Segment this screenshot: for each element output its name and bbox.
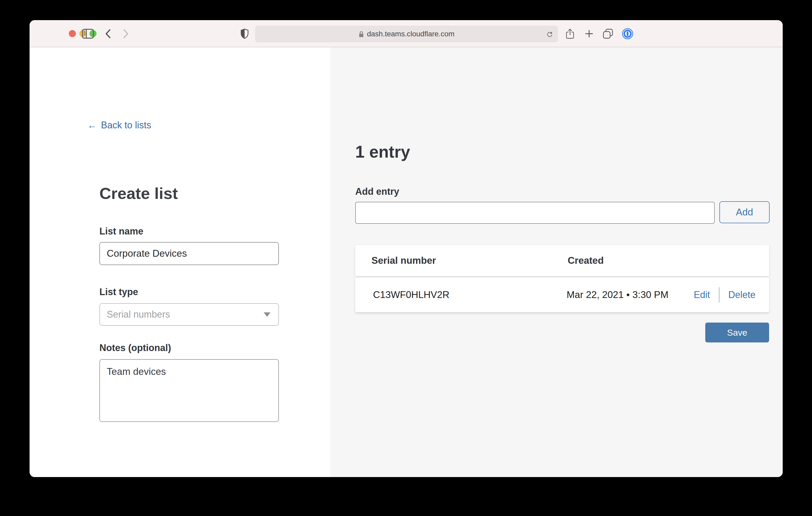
list-type-label: List type (99, 286, 138, 298)
sidebar-toggle-glyph (82, 29, 94, 39)
onepassword-glyph (622, 28, 633, 39)
list-name-label: List name (99, 226, 143, 237)
page-title: Create list (99, 184, 178, 203)
entries-table-header: Serial number Created (355, 245, 769, 276)
onepassword-extension-icon[interactable] (621, 20, 634, 47)
new-tab-button[interactable] (584, 20, 594, 47)
entries-count-heading: 1 entry (355, 142, 410, 161)
notes-textarea[interactable]: Team devices (99, 359, 279, 422)
tab-overview-button[interactable] (602, 20, 614, 47)
add-entry-label: Add entry (355, 186, 399, 197)
browser-toolbar: dash.teams.cloudflare.com (30, 20, 783, 47)
browser-window: dash.teams.cloudflare.com (30, 20, 783, 477)
entry-serial-number: C13WF0HLHV2R (373, 278, 450, 312)
row-actions: Edit Delete (694, 278, 755, 312)
delete-entry-button[interactable]: Delete (728, 290, 755, 300)
url-bar[interactable]: dash.teams.cloudflare.com (255, 26, 558, 42)
edit-entry-button[interactable]: Edit (694, 290, 710, 300)
shield-glyph (240, 28, 249, 39)
close-window-button[interactable] (69, 30, 76, 37)
list-type-selected-value: Serial numbers (107, 309, 170, 320)
created-column-header: Created (568, 245, 604, 276)
reload-button[interactable] (545, 29, 554, 39)
back-to-lists-link[interactable]: ← Back to lists (87, 120, 151, 131)
reload-icon (547, 30, 553, 38)
chevron-down-icon (264, 312, 270, 317)
forward-button[interactable] (121, 20, 131, 47)
privacy-shield-icon[interactable] (239, 20, 250, 47)
list-name-input[interactable] (99, 242, 279, 265)
entry-created-date: Mar 22, 2021 • 3:30 PM (567, 278, 668, 312)
lock-icon (359, 31, 364, 38)
actions-divider (719, 287, 719, 302)
add-entry-button[interactable]: Add (719, 201, 770, 223)
page-content: ← Back to lists Create list List name Li… (30, 47, 783, 477)
list-type-select[interactable]: Serial numbers (99, 303, 279, 326)
back-arrow-icon: ← (87, 120, 97, 131)
url-text: dash.teams.cloudflare.com (367, 30, 455, 38)
tab-overview-icon (603, 29, 613, 39)
table-row: C13WF0HLHV2R Mar 22, 2021 • 3:30 PM Edit… (355, 278, 769, 312)
share-button[interactable] (565, 20, 575, 47)
back-button[interactable] (103, 20, 113, 47)
share-icon (566, 28, 574, 39)
back-to-lists-label: Back to lists (101, 120, 151, 131)
serial-number-column-header: Serial number (372, 245, 436, 276)
chevron-left-icon (105, 29, 111, 38)
chevron-right-icon (123, 29, 129, 38)
save-button[interactable]: Save (705, 323, 769, 342)
screen: dash.teams.cloudflare.com (0, 0, 812, 516)
notes-label: Notes (optional) (99, 342, 171, 354)
plus-icon (585, 30, 593, 38)
add-entry-input[interactable] (355, 202, 715, 224)
sidebar-toggle-icon[interactable] (81, 20, 95, 47)
